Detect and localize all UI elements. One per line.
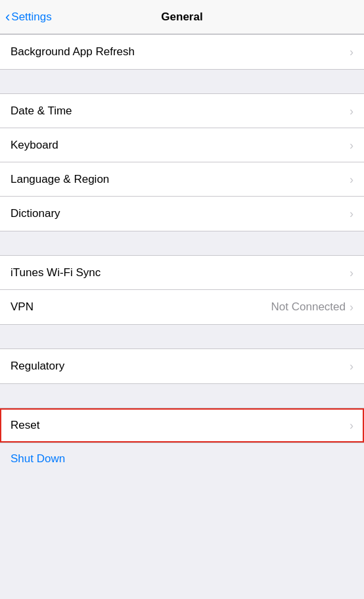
- date-time-row[interactable]: Date & Time ›: [0, 94, 364, 128]
- page-title: General: [161, 11, 202, 24]
- regulatory-label: Regulatory: [11, 360, 64, 373]
- dictionary-label: Dictionary: [11, 207, 60, 220]
- language-region-row[interactable]: Language & Region ›: [0, 162, 364, 197]
- date-time-label: Date & Time: [11, 105, 72, 118]
- section-group-1: Background App Refresh ›: [0, 34, 364, 70]
- chevron-right-icon: ›: [350, 46, 353, 58]
- row-right: ›: [350, 46, 353, 58]
- separator-4: [0, 384, 364, 408]
- chevron-right-icon: ›: [350, 139, 353, 151]
- background-app-refresh-label: Background App Refresh: [11, 45, 135, 59]
- separator-3: [0, 325, 364, 348]
- chevron-right-icon: ›: [350, 360, 353, 372]
- section-group-5: Reset ›: [0, 408, 364, 443]
- shut-down-section: Shut Down: [0, 443, 364, 475]
- regulatory-row[interactable]: Regulatory ›: [0, 349, 364, 383]
- itunes-wifi-sync-row[interactable]: iTunes Wi-Fi Sync ›: [0, 256, 364, 290]
- shut-down-button[interactable]: Shut Down: [11, 452, 65, 466]
- vpn-status: Not Connected: [271, 300, 346, 314]
- keyboard-label: Keyboard: [11, 139, 58, 152]
- back-label: Settings: [11, 11, 51, 24]
- vpn-label: VPN: [11, 300, 34, 314]
- language-region-label: Language & Region: [11, 173, 109, 186]
- itunes-wifi-sync-label: iTunes Wi-Fi Sync: [11, 266, 101, 279]
- section-group-4: Regulatory ›: [0, 348, 364, 384]
- chevron-right-icon: ›: [350, 174, 353, 185]
- chevron-right-icon: ›: [350, 419, 353, 431]
- chevron-left-icon: ‹: [5, 10, 10, 24]
- section-group-2: Date & Time › Keyboard › Language & Regi…: [0, 93, 364, 231]
- section-group-3: iTunes Wi-Fi Sync › VPN Not Connected ›: [0, 255, 364, 325]
- chevron-right-icon: ›: [350, 267, 353, 279]
- keyboard-row[interactable]: Keyboard ›: [0, 128, 364, 162]
- back-button[interactable]: ‹ Settings: [5, 10, 52, 24]
- background-app-refresh-row[interactable]: Background App Refresh ›: [0, 35, 364, 69]
- separator-1: [0, 70, 364, 93]
- separator-2: [0, 231, 364, 255]
- reset-label: Reset: [11, 419, 39, 432]
- chevron-right-icon: ›: [350, 105, 353, 117]
- chevron-right-icon: ›: [350, 208, 353, 220]
- nav-bar: ‹ Settings General: [0, 0, 364, 34]
- vpn-row[interactable]: VPN Not Connected ›: [0, 290, 364, 324]
- dictionary-row[interactable]: Dictionary ›: [0, 197, 364, 231]
- chevron-right-icon: ›: [350, 301, 353, 313]
- reset-row[interactable]: Reset ›: [0, 408, 364, 443]
